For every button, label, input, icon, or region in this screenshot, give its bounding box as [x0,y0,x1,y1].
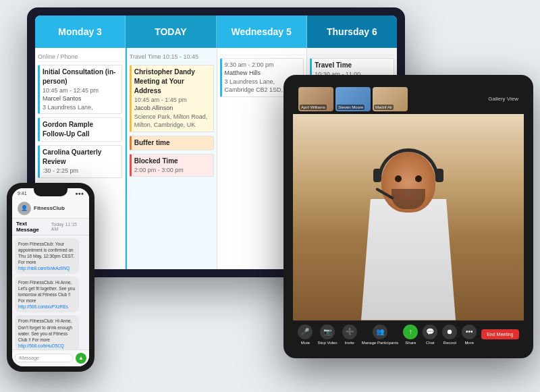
thumb-2[interactable]: Steven Moore [335,87,371,111]
today-event-1[interactable]: Christopher Dandy Meeting at Your Addres… [130,65,214,132]
today-e1-title: Christopher Dandy [134,67,211,77]
today-e3-time: 2:00 pm - 3:00 pm [134,166,211,175]
sms-message-3: From FitnessClub: Hi Anne, Don't forget … [15,315,79,349]
monday-e3-time: :30 - 2:25 pm [43,167,119,175]
monday-event-3[interactable]: Carolina Quarterly Review :30 - 2:25 pm [38,145,122,178]
sms-title-bar: Text Message Today 11:15 AM [12,219,89,235]
tablet-screen: April Williams Steven Moore Madrif Ali G… [293,84,524,349]
chat-label: Chat [426,341,435,345]
phone-notch [34,188,68,196]
video-main [293,114,524,320]
share-label: Share [405,341,416,345]
thumb-3-label: Madrif Ali [374,105,394,110]
scene: Monday 3 TODAY Wednesday 5 Thursday 6 On… [7,7,533,385]
stop-video-button[interactable]: 📷 Stop Video [317,325,337,345]
phone-time: 9:41 [18,191,27,196]
calendar-header: Monday 3 TODAY Wednesday 5 Thursday 6 [35,16,397,48]
record-icon: ⏺ [442,325,457,339]
sms-input-field[interactable]: iMessage [15,354,73,362]
thu-e1-title: Travel Time [315,61,391,70]
monday-e3-title: Carolina Quarterly Review [43,148,119,167]
mute-label: Mute [301,341,310,345]
mute-button[interactable]: 🎤 Mute [298,325,313,345]
person-body [341,145,476,320]
today-e2-title: Buffer time [134,138,211,148]
stop-video-icon: 📷 [320,325,335,339]
manage-icon: 👥 [373,325,387,339]
headset-arc [378,148,439,179]
video-header: April Williams Steven Moore Madrif Ali G… [293,84,524,114]
today-top: Travel Time 10:15 - 10:45 [130,52,214,62]
monday-e1-person: Marcel Santos [43,94,119,103]
col-header-today: TODAY [126,16,216,48]
manage-participants-button[interactable]: 👥 Manage Participants [362,325,399,345]
end-meeting-button[interactable]: End Meeting [481,329,518,339]
sms-message-2: From FitnessClub: Hi Anne, Let's get fit… [15,277,79,312]
today-event-3[interactable]: Blocked Time 2:00 pm - 3:00 pm [130,154,214,177]
manage-label: Manage Participants [362,341,399,345]
sms-msg-1-text: From FitnessClub: Your appointment is co… [18,242,74,271]
today-e1-person: Jacob Allinson [134,104,211,113]
gallery-view-button[interactable]: Gallery View [488,96,518,102]
invite-icon: ➕ [342,325,357,339]
headset-ear-left [373,169,381,182]
person-shirt [361,199,456,320]
monday-event-2[interactable]: Gordon Rample Follow-Up Call [38,117,122,142]
thumb-3[interactable]: Madrif Ali [373,87,408,111]
phone-signal: ●●● [75,191,84,196]
today-e3-title: Blocked Time [134,157,211,166]
sms-header: 👤 FitnessClub [12,199,89,219]
share-button[interactable]: ↑ Share [403,325,418,345]
sms-time: Today 11:15 AM [51,222,85,231]
tablet-device: April Williams Steven Moore Madrif Ali G… [284,75,533,358]
record-label: Record [443,341,456,345]
monday-top: Online / Phone [38,52,122,62]
thu-top [310,52,394,55]
video-thumbnails: April Williams Steven Moore Madrif Ali [298,87,408,111]
today-e1-addr: Science Park, Milton Road, Milton, Cambr… [134,113,211,130]
sms-msg-2-text: From FitnessClub: Hi Anne, Let's get fit… [18,280,75,309]
today-e1-time: 10:45 am - 1:45 pm [134,96,211,105]
more-button[interactable]: ••• More [462,325,477,345]
sms-send-button[interactable]: ▲ [76,353,86,364]
wed-e1-time: 9:30 am - 2:00 pm [225,61,301,69]
stop-video-label: Stop Video [317,341,337,345]
contact-name: FitnessClub [34,205,84,211]
record-button[interactable]: ⏺ Record [442,325,457,345]
phone-screen: 9:41 ●●● 👤 FitnessClub Text Message Toda… [12,188,89,366]
phone-device: 9:41 ●●● 👤 FitnessClub Text Message Toda… [7,183,94,372]
headset-ear-right [435,169,443,182]
today-event-2[interactable]: Buffer time [130,136,214,150]
more-icon: ••• [462,325,477,339]
monday-e1-addr: 3 Laundress Lane, [43,103,119,112]
person-video [293,114,524,320]
sms-message-1: From FitnessClub: Your appointment is co… [15,238,79,274]
sms-title: Text Message [16,221,51,233]
sms-input-area: iMessage ▲ [12,349,89,366]
thumb-2-label: Steven Moore [337,105,364,110]
video-controls: 🎤 Mute 📷 Stop Video ➕ Invite 👥 Manage Pa… [293,320,524,349]
thumb-1-label: April Williams [300,105,327,110]
contact-avatar: 👤 [18,202,31,215]
chat-icon: 💬 [423,325,437,339]
chat-button[interactable]: 💬 Chat [423,325,437,345]
more-label: More [464,341,474,345]
monday-e2-title: Gordon Rample Follow-Up Call [43,120,119,139]
wed-top [220,52,304,55]
contact-info: FitnessClub [34,205,84,211]
col-header-wednesday: Wednesday 5 [217,16,307,48]
monday-e1-time: 10:45 am - 12:45 pm [43,86,119,95]
monday-event-1[interactable]: Initial Consultation (in-person) 10:45 a… [38,65,122,115]
col-header-thursday: Thursday 6 [307,16,397,48]
invite-label: Invite [345,341,354,345]
invite-button[interactable]: ➕ Invite [342,325,357,345]
monday-e1-title: Initial Consultation (in-person) [43,67,119,86]
today-e1-subtitle: Meeting at Your Address [134,77,211,96]
sms-body: From FitnessClub: Your appointment is co… [12,235,89,349]
mute-icon: 🎤 [298,325,313,339]
share-icon: ↑ [403,325,418,339]
sms-msg-3-text: From FitnessClub: Hi Anne, Don't forget … [18,318,72,347]
thumb-1[interactable]: April Williams [298,87,333,111]
cal-col-today: Travel Time 10:15 - 10:45 Christopher Da… [126,48,217,269]
col-header-monday: Monday 3 [35,16,126,48]
